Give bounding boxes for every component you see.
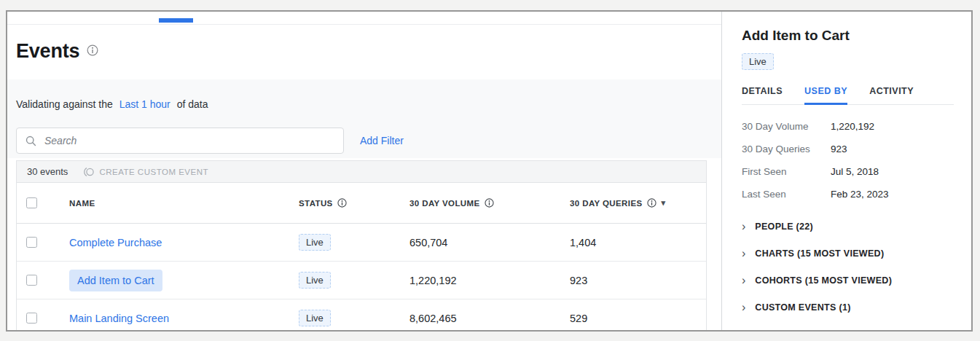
- tab-activity[interactable]: ACTIVITY: [869, 86, 914, 104]
- tab-used-by[interactable]: USED BY: [804, 86, 847, 105]
- event-name-link[interactable]: Main Landing Screen: [69, 313, 169, 324]
- panel-status-badge: Live: [742, 53, 774, 70]
- panel-title: Add Item to Cart: [742, 28, 954, 44]
- chevron-right-icon: ›: [742, 302, 745, 313]
- validation-suffix: of data: [177, 98, 208, 110]
- search-placeholder: Search: [44, 135, 77, 146]
- volume-value: 8,602,465: [409, 313, 457, 324]
- main-area: Events Validating against the Last 1 hou…: [7, 12, 721, 330]
- detail-value: Jul 5, 2018: [831, 165, 879, 179]
- event-name-link[interactable]: Add Item to Cart: [69, 270, 162, 291]
- table-row: Main Landing Screen Live 8,602,465 529: [17, 299, 706, 330]
- create-custom-event-button[interactable]: CREATE CUSTOM EVENT: [82, 167, 208, 177]
- detail-value: Feb 23, 2023: [831, 188, 889, 201]
- event-name-link[interactable]: Complete Purchase: [69, 237, 162, 248]
- page-title: Events: [16, 40, 79, 63]
- detail-value: 923: [831, 143, 847, 156]
- section-label: CHARTS (15 MOST VIEWED): [755, 248, 884, 259]
- event-count: 30 events: [27, 166, 68, 177]
- queries-info-icon[interactable]: [647, 198, 656, 208]
- panel-tabs: DETAILS USED BY ACTIVITY: [742, 86, 954, 105]
- row-checkbox[interactable]: [26, 275, 37, 286]
- active-tab-indicator: [159, 18, 193, 23]
- validation-prefix: Validating against the: [16, 98, 113, 110]
- validation-section: Validating against the Last 1 hour of da…: [7, 79, 721, 158]
- search-input[interactable]: Search: [16, 128, 344, 154]
- detail-label: First Seen: [742, 165, 831, 179]
- detail-row: First Seen Jul 5, 2018: [742, 165, 954, 179]
- table-row-selected: Add Item to Cart Live 1,220,192 923: [17, 262, 706, 299]
- create-custom-event-label: CREATE CUSTOM EVENT: [99, 168, 208, 176]
- page-header: Events: [7, 25, 721, 79]
- panel-sections: › PEOPLE (22) › CHARTS (15 MOST VIEWED) …: [742, 213, 954, 321]
- select-all-checkbox[interactable]: [26, 197, 37, 208]
- detail-value: 1,220,192: [831, 120, 874, 133]
- section-label: PEOPLE (22): [755, 222, 813, 232]
- volume-value: 1,220,192: [409, 275, 457, 286]
- time-range-link[interactable]: Last 1 hour: [119, 98, 170, 110]
- add-filter-button[interactable]: Add Filter: [360, 135, 404, 146]
- volume-value: 650,704: [409, 237, 447, 248]
- detail-label: 30 Day Queries: [742, 143, 831, 156]
- volume-info-icon[interactable]: [485, 198, 494, 208]
- status-badge: Live: [299, 272, 331, 289]
- search-icon: [26, 136, 36, 146]
- queries-value: 923: [570, 275, 587, 286]
- column-header-volume[interactable]: 30 DAY VOLUME: [409, 199, 480, 208]
- info-icon[interactable]: [87, 44, 98, 59]
- chevron-right-icon: ›: [742, 275, 745, 286]
- custom-event-icon: [82, 167, 95, 177]
- sort-descending-icon[interactable]: ▾: [662, 198, 666, 208]
- top-strip: [7, 12, 721, 25]
- section-custom-events[interactable]: › CUSTOM EVENTS (1): [742, 294, 954, 321]
- row-checkbox[interactable]: [26, 313, 37, 324]
- panel-details: 30 Day Volume 1,220,192 30 Day Queries 9…: [742, 120, 954, 201]
- queries-value: 529: [570, 313, 587, 324]
- status-badge: Live: [299, 234, 331, 251]
- chevron-right-icon: ›: [742, 221, 745, 232]
- chevron-right-icon: ›: [742, 248, 745, 259]
- column-header-status[interactable]: STATUS: [299, 199, 333, 208]
- detail-row: 30 Day Volume 1,220,192: [742, 120, 954, 133]
- section-label: COHORTS (15 MOST VIEWED): [755, 275, 892, 286]
- detail-row: Last Seen Feb 23, 2023: [742, 188, 954, 201]
- detail-panel: Add Item to Cart Live DETAILS USED BY AC…: [721, 12, 971, 330]
- validation-text: Validating against the Last 1 hour of da…: [16, 98, 707, 110]
- section-cohorts[interactable]: › COHORTS (15 MOST VIEWED): [742, 267, 954, 294]
- column-header-name[interactable]: NAME: [69, 199, 95, 208]
- row-checkbox[interactable]: [26, 237, 37, 248]
- table-toolbar: 30 events CREATE CUSTOM EVENT: [17, 161, 706, 183]
- detail-row: 30 Day Queries 923: [742, 143, 954, 156]
- tab-details[interactable]: DETAILS: [742, 86, 783, 104]
- detail-label: Last Seen: [742, 188, 831, 201]
- events-table: 30 events CREATE CUSTOM EVENT NAME STATU…: [16, 160, 707, 330]
- queries-value: 1,404: [570, 237, 596, 248]
- detail-label: 30 Day Volume: [742, 120, 831, 133]
- app-window: Events Validating against the Last 1 hou…: [6, 10, 973, 332]
- section-label: CUSTOM EVENTS (1): [755, 302, 850, 313]
- section-charts[interactable]: › CHARTS (15 MOST VIEWED): [742, 240, 954, 267]
- table-row: Complete Purchase Live 650,704 1,404: [17, 224, 706, 262]
- status-info-icon[interactable]: [337, 198, 347, 208]
- status-badge: Live: [299, 310, 331, 326]
- section-people[interactable]: › PEOPLE (22): [742, 213, 954, 240]
- table-header-row: NAME STATUS 30 DAY VOLUME 30 DAY QUERIES…: [17, 183, 706, 224]
- column-header-queries[interactable]: 30 DAY QUERIES: [570, 199, 643, 208]
